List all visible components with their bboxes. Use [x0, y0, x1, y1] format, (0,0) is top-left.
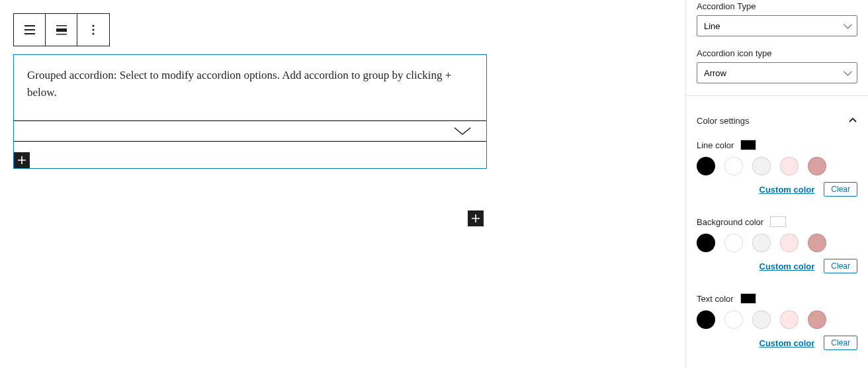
color-swatch[interactable] [724, 310, 743, 329]
icon-type-label: Accordion icon type [697, 48, 857, 58]
clear-color-button[interactable]: Clear [824, 336, 857, 350]
align-button[interactable] [46, 14, 77, 46]
svg-point-6 [92, 24, 94, 26]
add-accordion-button[interactable] [14, 152, 30, 168]
stack-icon [22, 22, 38, 38]
color-swatch[interactable] [808, 310, 826, 329]
icon-type-field: Accordion icon type Arrow [697, 48, 857, 83]
icon-type-select[interactable]: Arrow [697, 62, 857, 83]
line-color-preview [740, 140, 756, 150]
svg-point-7 [92, 28, 94, 30]
color-swatch[interactable] [752, 157, 771, 175]
svg-rect-0 [24, 25, 35, 26]
accordion-type-select[interactable]: Line [697, 15, 857, 36]
block-toolbar [13, 13, 110, 46]
color-swatch[interactable] [697, 157, 715, 175]
clear-color-button[interactable]: Clear [824, 259, 857, 273]
more-options-button[interactable] [77, 14, 109, 46]
chevron-up-icon [848, 116, 857, 125]
color-swatch[interactable] [752, 234, 771, 252]
accordion-item[interactable] [14, 120, 486, 142]
color-swatch[interactable] [808, 157, 826, 175]
line-color-group: Line color Custom color Clear [686, 140, 868, 211]
chevron-down-icon [453, 126, 472, 136]
background-color-label: Background color [697, 217, 763, 227]
align-icon [54, 22, 69, 38]
color-swatch[interactable] [780, 234, 799, 252]
divider [686, 95, 868, 96]
line-color-swatches [697, 157, 857, 175]
color-swatch[interactable] [780, 310, 799, 329]
text-color-label: Text color [697, 294, 734, 304]
svg-rect-3 [56, 25, 67, 26]
svg-rect-1 [24, 29, 35, 30]
color-swatch[interactable] [808, 234, 826, 252]
svg-rect-5 [56, 34, 67, 35]
plus-icon [470, 213, 481, 224]
color-swatch[interactable] [724, 234, 743, 252]
block-gap [14, 142, 486, 168]
text-color-preview [740, 293, 756, 304]
plus-icon [17, 155, 27, 165]
accordion-type-label: Accordion Type [697, 1, 857, 11]
grouped-accordion-block[interactable]: Grouped accordion: Select to modify acco… [13, 54, 487, 169]
color-swatch[interactable] [752, 310, 771, 329]
color-swatch[interactable] [697, 234, 715, 252]
text-color-swatches [697, 310, 857, 329]
color-settings-panel-toggle[interactable]: Color settings [686, 107, 868, 134]
custom-color-link[interactable]: Custom color [760, 185, 815, 195]
background-color-swatches [697, 234, 857, 252]
editor-canvas: Grouped accordion: Select to modify acco… [0, 0, 685, 368]
text-color-group: Text color Custom color Clear [686, 293, 868, 365]
svg-rect-4 [56, 28, 67, 32]
color-swatch[interactable] [780, 157, 799, 175]
color-settings-title: Color settings [697, 116, 749, 126]
svg-point-8 [92, 32, 94, 34]
clear-color-button[interactable]: Clear [824, 182, 857, 197]
color-swatch[interactable] [724, 157, 743, 175]
svg-rect-2 [24, 33, 35, 34]
background-color-preview [770, 216, 786, 227]
accordion-type-field: Accordion Type Line [697, 1, 857, 36]
custom-color-link[interactable]: Custom color [760, 338, 815, 348]
background-color-group: Background color Custom color Clear [686, 216, 868, 288]
block-type-button[interactable] [14, 14, 46, 46]
kebab-icon [85, 22, 101, 38]
line-color-label: Line color [697, 140, 734, 150]
color-swatch[interactable] [697, 310, 715, 329]
inspector-sidebar: Accordion Type Line Accordion icon type … [685, 0, 868, 368]
add-block-button[interactable] [468, 210, 484, 226]
custom-color-link[interactable]: Custom color [760, 261, 815, 271]
block-hint-text: Grouped accordion: Select to modify acco… [14, 55, 486, 120]
